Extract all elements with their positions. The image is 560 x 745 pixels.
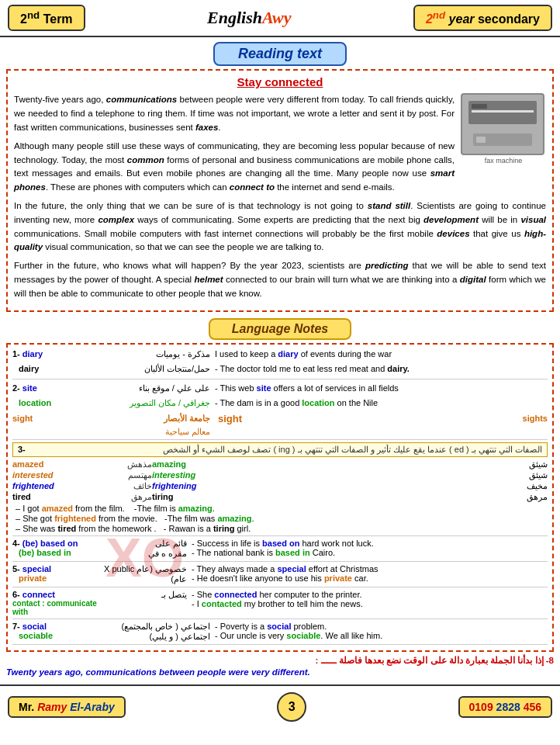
note-1-word: 1- diary	[12, 348, 102, 361]
footer-example: Twenty years ago, communications between…	[6, 667, 554, 677]
phone-part2: 2828	[496, 701, 524, 713]
note-5-ex: - They always made a special effort at C…	[187, 564, 548, 584]
note-7-words: 7- social sociable	[12, 622, 102, 642]
note-4-arabic: قائم على مقره ه في	[102, 539, 187, 559]
bold-predicting: predicting	[365, 261, 409, 270]
bold-stand-still: stand still	[368, 201, 410, 210]
brand-title: EnglishAwy	[207, 8, 291, 28]
note-1b-ex: - The doctor told me to eat less red mea…	[210, 362, 548, 376]
bold-connect: connect to	[230, 182, 275, 192]
note-7-arabic: اجتماعي ( خاص بالمجتمع) اجتماعي ( و يلبي…	[102, 622, 210, 642]
sight-row: sight جامعة الأبصار sight sights	[12, 413, 548, 424]
bold-devices: devices	[437, 229, 469, 238]
note-2-arabic1: على علي / موقع بناء	[102, 382, 210, 395]
bold-digital: digital	[460, 275, 486, 284]
note-2-ex: - This web site offers a lot of services…	[210, 382, 548, 396]
sight-arabic1: جامعة الأبصار	[102, 414, 210, 424]
reading-banner-text: Reading text	[213, 42, 347, 66]
year-text: year	[449, 12, 478, 26]
lang-notes-banner: Language Notes	[0, 318, 560, 340]
note-6-arabic: يتصل بـ	[102, 590, 187, 616]
note-8: 8- إذا بدأنا الجملة بعبارة دالة على الوق…	[6, 655, 554, 666]
note-5-arabic: خصوصي (عام X public عام)	[102, 564, 187, 584]
para2: Although many people still use these way…	[14, 140, 455, 195]
note-4-words: 4- (be) based on (be) based in	[12, 539, 102, 559]
para1-columns: Twenty-five years ago, communications be…	[14, 93, 546, 199]
year-base: 2	[426, 12, 433, 26]
note-7-ex: - Poverty is a social problem. - Our unc…	[210, 622, 548, 642]
sight-col3: sights	[523, 414, 548, 423]
note-2b-arabic: جغرافي / مكان التصوير	[102, 397, 210, 410]
fax-machine-img	[461, 93, 544, 155]
note-2b-word: location	[12, 397, 102, 410]
note-2: 2- site على علي / موقع بناء - This web s…	[12, 382, 548, 396]
divider-3	[12, 535, 548, 536]
teacher-name: Mr. Ramy El-Araby	[8, 696, 126, 718]
para3: In the future, the only thing that we ca…	[14, 199, 546, 255]
bold-complex: complex	[98, 215, 134, 224]
note-5: 5- special private خصوصي (عام X public ع…	[12, 564, 548, 584]
lang-notes-text: Language Notes	[209, 318, 351, 340]
main-content: Stay connected Twenty-five years ago, co…	[6, 69, 554, 311]
note-2b-ex: - The dam is in a good location on the N…	[210, 397, 548, 411]
note-5-words: 5- special private	[12, 564, 102, 584]
sight-col1: sight	[12, 414, 102, 423]
reading-banner: Reading text	[0, 42, 560, 66]
fax-label: fax machine	[461, 157, 546, 165]
bold-helmet: helmet	[195, 275, 223, 284]
sight-col2: sight	[210, 413, 507, 424]
section-title: Stay connected	[14, 75, 546, 88]
bold-faxes: faxes	[195, 123, 218, 132]
bold-development: development	[423, 215, 479, 224]
adj-frightened: frightened خائف frightening مخيف	[12, 481, 548, 491]
fax-image-area: fax machine	[461, 93, 546, 199]
term-sup: nd	[27, 9, 40, 21]
note-2b: location جغرافي / مكان التصوير - The dam…	[12, 397, 548, 411]
brand-english: English	[207, 8, 262, 27]
note-1b-word: dairy	[12, 362, 102, 376]
secondary-text: secondary	[478, 12, 540, 26]
bold-common: common	[127, 155, 164, 165]
note-1b: dairy حمل/منتجات الألبان - The doctor to…	[12, 362, 548, 376]
bottom-footer: Mr. Ramy El-Araby 3 0109 2828 456	[0, 684, 560, 726]
year-badge: 2nd year secondary	[413, 5, 552, 31]
divider-4	[12, 561, 548, 562]
note-1-ex: I used to keep a diary of events during …	[210, 348, 548, 362]
note-4: XO 4- (be) based on (be) based in قائم ع…	[12, 539, 548, 559]
phone-part3: 456	[524, 701, 541, 713]
adj-interested: interested مهتسم interesting شيئق	[12, 470, 548, 480]
adj-tired: tired مرهق tiring مرهق	[12, 492, 548, 502]
divider-1	[12, 379, 548, 379]
adj-examples: – I got amazed from the film. -The film …	[12, 504, 548, 533]
divider-7	[12, 644, 548, 645]
note-2-word: 2- site	[12, 382, 102, 395]
bold-visual: visual	[520, 215, 546, 224]
divider-6	[12, 619, 548, 619]
teacher-first: Ramy	[37, 701, 67, 713]
note-6-ex: - She connected her computer to the prin…	[187, 590, 548, 616]
divider-2	[12, 439, 548, 440]
adj-header: amazed مذهش amazing شيئق	[12, 459, 548, 470]
brand-awy: Awy	[262, 8, 291, 27]
para1-text: Twenty-five years ago, communications be…	[14, 93, 455, 199]
page-header: 2nd Term EnglishAwy 2nd year secondary	[0, 0, 560, 37]
note-6: 6- connect contact : communicate with يت…	[12, 590, 548, 616]
term-label: Term	[43, 12, 73, 26]
note-1-arabic1: مذكرة - يوميات	[102, 348, 210, 361]
note-3-header: 3- الصفات التي تنتهي بـ ( ed ) عندما يقع…	[12, 442, 548, 457]
para4: Further in the future, who knows what wi…	[14, 259, 546, 300]
note-4-ex: - Success in life is based on hard work …	[187, 539, 548, 559]
phone-part1: 0109	[469, 701, 496, 713]
sight-arabic2: معالم سياحية	[102, 427, 210, 437]
note-7: 7- social sociable اجتماعي ( خاص بالمجتم…	[12, 622, 548, 642]
page-number: 3	[277, 692, 306, 722]
term-badge: 2nd Term	[8, 5, 85, 31]
divider-5	[12, 587, 548, 587]
note-6-words: 6- connect contact : communicate with	[12, 590, 102, 616]
sight-arabic-row: معالم سياحية	[12, 427, 548, 437]
bold-communications: communications	[106, 95, 177, 104]
note-1: 1- diary مذكرة - يوميات I used to keep a…	[12, 348, 548, 362]
teacher-last: El-Araby	[70, 701, 115, 713]
note-1b-arabic: حمل/منتجات الألبان	[102, 362, 210, 376]
notes-section: 1- diary مذكرة - يوميات I used to keep a…	[6, 343, 554, 652]
